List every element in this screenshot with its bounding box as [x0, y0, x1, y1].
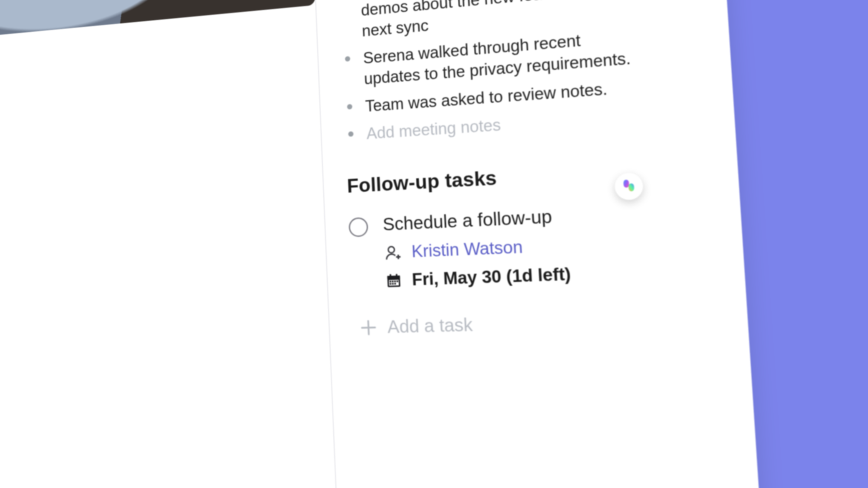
- add-task-label: Add a task: [387, 315, 473, 337]
- svg-point-0: [388, 246, 395, 253]
- task-assignee-row[interactable]: Kristin Watson: [384, 236, 570, 262]
- plus-icon: [361, 320, 376, 335]
- svg-rect-9: [392, 283, 394, 285]
- svg-rect-12: [396, 274, 398, 277]
- followup-task-item[interactable]: Schedule a follow-up Kristin Watson: [349, 202, 658, 291]
- task-title[interactable]: Schedule a follow-up: [382, 206, 568, 234]
- task-due-text: Fri, May 30 (1d left): [411, 265, 571, 290]
- meeting-notes-panel: suggested the team show more demos about…: [310, 0, 701, 488]
- add-note-placeholder: Add meeting notes: [366, 115, 501, 142]
- task-checkbox[interactable]: [349, 217, 368, 238]
- svg-rect-10: [394, 283, 396, 285]
- task-due-row[interactable]: Fri, May 30 (1d left): [385, 265, 571, 290]
- svg-rect-11: [390, 274, 391, 277]
- calendar-icon: [385, 272, 403, 289]
- copilot-icon: [620, 177, 638, 196]
- task-body: Schedule a follow-up Kristin Watson: [382, 206, 571, 290]
- svg-rect-7: [397, 280, 398, 282]
- add-task-button[interactable]: Add a task: [353, 310, 661, 338]
- task-assignee-name[interactable]: Kristin Watson: [411, 238, 523, 262]
- meeting-notes-list: suggested the team show more demos about…: [338, 0, 648, 146]
- meeting-panel-sheet: suggested the team show more demos about…: [0, 0, 768, 488]
- svg-rect-6: [394, 280, 396, 282]
- participant-video-tile: [0, 0, 316, 46]
- person-add-icon: [384, 243, 402, 262]
- svg-rect-8: [390, 283, 391, 285]
- svg-rect-4: [390, 281, 391, 282]
- svg-rect-2: [387, 275, 400, 279]
- followup-tasks-heading: Follow-up tasks: [347, 158, 652, 197]
- svg-rect-5: [392, 281, 394, 282]
